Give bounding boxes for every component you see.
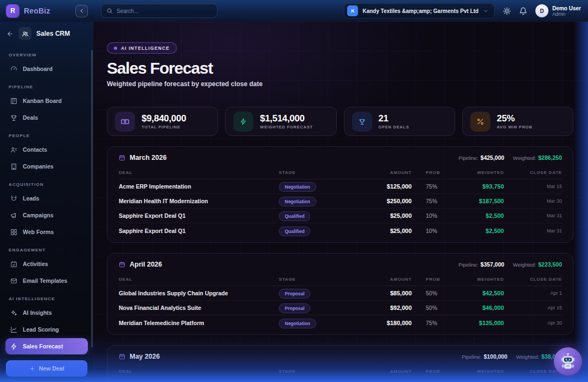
month-header: May 2026Pipeline:$100,000Weighted:$38,00…: [119, 353, 562, 360]
deal-probability: 50%: [412, 290, 447, 296]
badge-label: AI INTELLIGENCE: [121, 46, 170, 51]
trophy-icon: [352, 112, 372, 132]
stat-value: $1,514,000: [260, 113, 312, 124]
sidebar-section-label: AI INTELLIGENCE: [0, 289, 93, 304]
sidebar-item-label: Campaigns: [23, 212, 54, 218]
deal-close-date: Apr 1: [504, 290, 562, 296]
stage-badge: Negotiation: [279, 182, 316, 192]
user-avatar: D: [535, 4, 548, 17]
sidebar-item-leads[interactable]: Leads: [5, 190, 88, 206]
sidebar-item-ai-insights[interactable]: AI Insights: [5, 305, 88, 321]
sidebar-section: OVERVIEWDashboard: [0, 46, 93, 77]
theme-toggle-button[interactable]: [503, 7, 511, 15]
sidebar-item-label: Contacts: [23, 146, 47, 153]
stat-card-avg-win-prob: 25%AVG WIN PROB: [462, 107, 573, 136]
back-button[interactable]: [7, 30, 14, 37]
column-header-close-date: CLOSE DATE: [504, 170, 562, 175]
table-header: DEALSTAGEAMOUNTPROBWEIGHTEDCLOSE DATE: [119, 366, 562, 378]
table-row[interactable]: Acme ERP ImplementationNegotiation$125,0…: [119, 179, 562, 194]
sidebar-item-label: Web Forms: [23, 229, 54, 235]
column-header-prob: PROB: [412, 369, 447, 374]
sidebar-item-deals[interactable]: Deals: [5, 109, 88, 126]
sun-icon: [503, 7, 511, 15]
calendar-icon: [119, 154, 125, 161]
kanban-icon: [10, 98, 17, 105]
table-header: DEALSTAGEAMOUNTPROBWEIGHTEDCLOSE DATE: [119, 274, 562, 286]
column-header-amount: AMOUNT: [366, 277, 412, 282]
deal-close-date: Mar 30: [504, 198, 562, 204]
company-selector[interactable]: K Kandy Textiles &amp;amp; Garments Pvt …: [344, 3, 495, 18]
deal-probability: 10%: [412, 228, 447, 234]
sidebar-item-kanban-board[interactable]: Kanban Board: [5, 93, 88, 109]
stat-value: $9,840,000: [142, 113, 186, 124]
bell-icon: [519, 7, 527, 15]
sidebar-item-email-templates[interactable]: Email Templates: [5, 273, 88, 289]
deal-close-date: Mar 15: [504, 184, 562, 189]
deal-amount: $25,000: [366, 212, 412, 219]
sidebar-item-dashboard[interactable]: Dashboard: [5, 61, 88, 77]
sidebar-section: ACQUISITIONLeadsCampaignsWeb Forms: [0, 175, 93, 240]
deal-name: Sapphire Export Deal Q1: [119, 212, 279, 219]
sidebar-section-label: PEOPLE: [0, 126, 93, 141]
arrow-left-icon: [7, 30, 14, 37]
new-deal-label: New Deal: [39, 365, 65, 372]
stat-label: OPEN DEALS: [379, 125, 410, 130]
new-deal-button[interactable]: New Deal: [6, 360, 87, 377]
magnet-icon: [10, 195, 17, 202]
stat-label: TOTAL PIPELINE: [142, 125, 186, 130]
sidebar-item-companies[interactable]: Companies: [5, 158, 88, 174]
sidebar-item-label: Sales Forecast: [23, 343, 63, 349]
sidebar-item-label: Kanban Board: [23, 98, 62, 104]
column-header-prob: PROB: [412, 170, 447, 175]
table-row[interactable]: Sapphire Export Deal Q1Qualified$25,0001…: [119, 209, 562, 223]
forecast-month-march-2026: March 2026Pipeline:$425,000Weighted:$286…: [107, 146, 573, 243]
sidebar-item-contacts[interactable]: Contacts: [5, 141, 88, 158]
column-header-amount: AMOUNT: [366, 369, 412, 374]
sidebar-title: Sales CRM: [36, 30, 70, 37]
contact-icon: [10, 146, 17, 153]
sidebar-item-label: AI Insights: [23, 309, 52, 316]
grid-icon: [10, 229, 17, 236]
column-header-weighted: WEIGHTED: [447, 369, 504, 374]
sidebar-section: PIPELINEKanban BoardDeals: [0, 77, 93, 126]
table-row[interactable]: Meridian Health IT ModernizationNegotiat…: [119, 194, 562, 209]
table-row[interactable]: Meridian Telemedicine PlatformNegotiatio…: [119, 315, 562, 330]
stage-badge: Qualified: [279, 211, 310, 221]
deal-weighted: $2,500: [447, 228, 504, 234]
sidebar-section: PEOPLEContactsCompanies: [0, 126, 93, 174]
table-row[interactable]: Global Industries Supply Chain UpgradePr…: [119, 286, 562, 301]
sidebar-section: AI INTELLIGENCEAI InsightsLead ScoringSa…: [0, 289, 93, 354]
sidebar-collapse-button[interactable]: [75, 5, 88, 17]
global-search[interactable]: [101, 4, 218, 18]
deal-weighted: $93,750: [447, 183, 504, 190]
sidebar-item-label: Lead Scoring: [23, 326, 59, 333]
column-header-stage: STAGE: [279, 170, 366, 175]
sidebar-scrollbar[interactable]: [91, 50, 93, 347]
column-header-weighted: WEIGHTED: [447, 277, 504, 282]
user-menu[interactable]: D Demo User Admin: [535, 4, 581, 17]
topbar-actions: K Kandy Textiles &amp;amp; Garments Pvt …: [344, 3, 588, 18]
app-window: R ReoBiz K Kandy Textiles &amp;amp; Garm…: [0, 0, 588, 382]
column-header-deal: DEAL: [119, 170, 279, 175]
top-bar: R ReoBiz K Kandy Textiles &amp;amp; Garm…: [0, 0, 588, 22]
sidebar-item-lead-scoring[interactable]: Lead Scoring: [5, 321, 88, 338]
table-row[interactable]: Sapphire Export Deal Q1Qualified$25,0001…: [119, 223, 562, 238]
sidebar-item-campaigns[interactable]: Campaigns: [5, 207, 88, 223]
sidebar-item-web-forms[interactable]: Web Forms: [5, 224, 88, 240]
app-logo: R: [6, 4, 20, 18]
deal-amount: $125,000: [366, 183, 412, 190]
deal-amount: $85,000: [366, 290, 412, 296]
notifications-button[interactable]: [519, 7, 527, 15]
ai-chat-button[interactable]: [554, 347, 582, 375]
search-input[interactable]: [117, 8, 212, 14]
month-title: March 2026: [130, 154, 167, 161]
pipeline-total: Pipeline:$100,000: [462, 353, 507, 360]
deal-weighted: $46,000: [447, 305, 504, 311]
sidebar-item-sales-forecast[interactable]: Sales Forecast: [5, 338, 88, 354]
stat-value: 21: [379, 113, 410, 124]
sidebar-nav: OVERVIEWDashboardPIPELINEKanban BoardDea…: [0, 46, 93, 355]
sidebar-item-activities[interactable]: Activities: [5, 256, 88, 272]
deal-close-date: Apr 30: [504, 320, 562, 326]
sidebar-header: Sales CRM: [0, 22, 93, 46]
table-row[interactable]: Nova Financial Analytics SuiteProposal$9…: [119, 301, 562, 315]
